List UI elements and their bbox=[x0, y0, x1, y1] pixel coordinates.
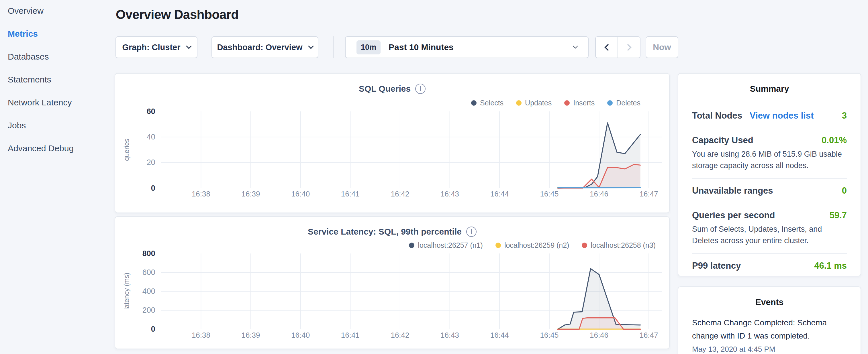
time-back-button[interactable] bbox=[596, 37, 618, 58]
sidebar-item-statements[interactable]: Statements bbox=[8, 75, 111, 84]
dashboard-label: Dashboard: Overview bbox=[217, 43, 302, 52]
y-tick-label: 40 bbox=[147, 133, 155, 141]
x-tick-label: 16:44 bbox=[490, 331, 509, 339]
sidebar-item-overview[interactable]: Overview bbox=[8, 6, 111, 15]
page-title: Overview Dashboard bbox=[116, 7, 239, 22]
graph-scope-label: Graph: Cluster bbox=[122, 43, 180, 52]
y-axis-label: latency (ms) bbox=[123, 273, 130, 310]
x-tick-label: 16:39 bbox=[242, 331, 260, 339]
sql-queries-chart-plot[interactable]: 16:3816:3916:4016:4116:4216:4316:4416:45… bbox=[115, 74, 669, 213]
summary-row: P99 latency46.1 ms bbox=[692, 254, 847, 278]
y-tick-label: 200 bbox=[143, 306, 155, 315]
x-tick-label: 16:44 bbox=[490, 190, 509, 198]
x-tick-label: 16:39 bbox=[242, 190, 260, 198]
y-tick-label: 400 bbox=[143, 287, 155, 296]
x-tick-label: 16:45 bbox=[540, 331, 559, 339]
y-tick-label: 800 bbox=[143, 249, 155, 258]
y-tick-label: 60 bbox=[147, 107, 155, 116]
chevron-right-icon bbox=[624, 44, 631, 51]
service-latency-chart-card: Service Latency: SQL, 99th percentile lo… bbox=[115, 216, 670, 349]
x-tick-label: 16:41 bbox=[341, 331, 360, 339]
x-tick-label: 16:46 bbox=[590, 331, 608, 339]
x-tick-label: 16:43 bbox=[440, 331, 459, 339]
summary-row-value: 46.1 ms bbox=[814, 261, 847, 271]
graph-scope-dropdown[interactable]: Graph: Cluster bbox=[116, 36, 197, 58]
summary-row: Total NodesView nodes list3 bbox=[692, 104, 847, 128]
events-title: Events bbox=[692, 297, 847, 307]
summary-row-value: 3 bbox=[842, 110, 847, 121]
summary-row-value: 59.7 bbox=[830, 210, 847, 221]
events-panel: Events Schema Change Completed: Schema c… bbox=[678, 286, 861, 354]
chevron-down-icon bbox=[573, 44, 578, 49]
time-step-buttons bbox=[595, 36, 641, 58]
event-timestamp: May 13, 2020 at 4:45 PM bbox=[692, 345, 847, 354]
summary-row-label: Queries per second bbox=[692, 210, 775, 221]
event-text: Schema Change Completed: Schema change w… bbox=[692, 316, 847, 343]
x-tick-label: 16:45 bbox=[540, 190, 559, 198]
y-axis-label: queries bbox=[123, 139, 130, 161]
x-tick-label: 16:43 bbox=[440, 190, 459, 198]
y-tick-label: 600 bbox=[143, 268, 155, 277]
x-tick-label: 16:40 bbox=[291, 331, 310, 339]
time-forward-button[interactable] bbox=[618, 37, 640, 58]
summary-row: Queries per second59.7Sum of Selects, Up… bbox=[692, 203, 847, 254]
now-button[interactable]: Now bbox=[646, 36, 678, 58]
now-button-label: Now bbox=[653, 42, 671, 52]
summary-row-label: Capacity Used bbox=[692, 135, 753, 146]
time-range-label: Past 10 Minutes bbox=[389, 42, 454, 52]
sidebar-item-network-latency[interactable]: Network Latency bbox=[8, 98, 111, 107]
summary-row-label: Unavailable ranges bbox=[692, 186, 773, 196]
x-tick-label: 16:46 bbox=[590, 190, 608, 198]
x-tick-label: 16:42 bbox=[391, 190, 409, 198]
x-tick-label: 16:41 bbox=[341, 190, 360, 198]
sidebar-item-metrics[interactable]: Metrics bbox=[8, 29, 111, 38]
y-tick-label: 20 bbox=[147, 158, 155, 167]
chevron-left-icon bbox=[604, 44, 611, 51]
y-tick-label: 0 bbox=[151, 184, 155, 192]
sidebar-item-jobs[interactable]: Jobs bbox=[8, 121, 111, 130]
summary-row: Unavailable ranges0 bbox=[692, 179, 847, 203]
controls-divider bbox=[333, 36, 334, 58]
summary-rows: Total NodesView nodes list3Capacity Used… bbox=[692, 104, 847, 278]
sidebar-list: OverviewMetricsDatabasesStatementsNetwor… bbox=[8, 6, 111, 153]
summary-row: Capacity Used0.01%You are using 28.6 MiB… bbox=[692, 128, 847, 179]
sql-queries-chart-card: SQL Queries SelectsUpdatesInsertsDeletes… bbox=[115, 73, 670, 213]
summary-row-value: 0 bbox=[842, 186, 847, 196]
summary-row-label: Total Nodes bbox=[692, 110, 742, 121]
sidebar-item-advanced-debug[interactable]: Advanced Debug bbox=[8, 144, 111, 153]
x-tick-label: 16:42 bbox=[391, 331, 409, 339]
dashboard-dropdown[interactable]: Dashboard: Overview bbox=[212, 36, 318, 58]
time-range-dropdown[interactable]: 10m Past 10 Minutes bbox=[345, 36, 589, 58]
summary-row-subtext: You are using 28.6 MiB of 515.9 GiB usab… bbox=[692, 148, 847, 171]
summary-row-subtext: Sum of Selects, Updates, Inserts, and De… bbox=[692, 223, 847, 246]
sidebar-item-databases[interactable]: Databases bbox=[8, 52, 111, 61]
x-tick-label: 16:38 bbox=[192, 190, 210, 198]
summary-panel: Summary Total NodesView nodes list3Capac… bbox=[678, 73, 861, 277]
chevron-down-icon bbox=[186, 43, 192, 49]
summary-row-label: P99 latency bbox=[692, 261, 741, 271]
service-latency-chart-plot[interactable]: 16:3816:3916:4016:4116:4216:4316:4416:45… bbox=[115, 217, 669, 349]
x-tick-label: 16:40 bbox=[291, 190, 310, 198]
summary-title: Summary bbox=[692, 84, 847, 94]
chevron-down-icon bbox=[308, 43, 314, 49]
events-list: Schema Change Completed: Schema change w… bbox=[692, 316, 847, 354]
sidebar: OverviewMetricsDatabasesStatementsNetwor… bbox=[8, 6, 111, 167]
view-nodes-link[interactable]: View nodes list bbox=[750, 110, 813, 121]
x-tick-label: 16:38 bbox=[192, 331, 210, 339]
event-item: Schema Change Completed: Schema change w… bbox=[692, 316, 847, 354]
y-tick-label: 0 bbox=[151, 325, 155, 334]
time-range-badge: 10m bbox=[356, 40, 380, 55]
x-tick-label: 16:47 bbox=[640, 190, 658, 198]
x-tick-label: 16:47 bbox=[640, 331, 658, 339]
summary-row-value: 0.01% bbox=[822, 135, 847, 146]
